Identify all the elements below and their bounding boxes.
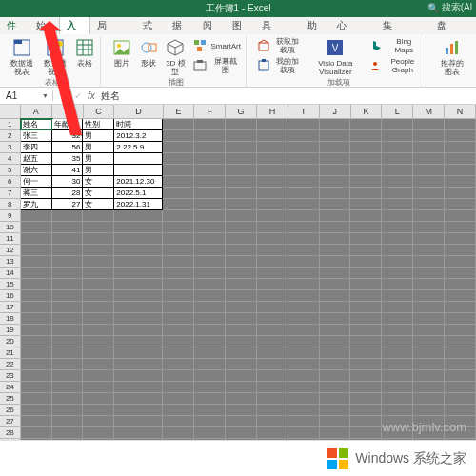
cell[interactable]: [320, 325, 351, 336]
cell[interactable]: [288, 347, 320, 359]
cell[interactable]: [350, 210, 382, 222]
cell[interactable]: [382, 256, 413, 268]
cell[interactable]: [163, 302, 194, 313]
cell[interactable]: 女: [83, 176, 114, 188]
cell[interactable]: [445, 119, 476, 130]
cell[interactable]: [226, 165, 257, 176]
cell[interactable]: [320, 290, 351, 302]
cell[interactable]: [52, 416, 84, 427]
cell[interactable]: [194, 256, 226, 268]
cell[interactable]: [413, 393, 445, 405]
cell[interactable]: [413, 279, 445, 290]
cell[interactable]: [226, 153, 257, 165]
cell[interactable]: [257, 427, 288, 439]
cell[interactable]: [163, 290, 194, 302]
cell[interactable]: [52, 268, 84, 279]
cell[interactable]: [52, 302, 84, 313]
cell[interactable]: [350, 290, 382, 302]
cell[interactable]: [163, 393, 194, 405]
cell[interactable]: [413, 233, 445, 245]
cell[interactable]: [114, 325, 163, 336]
cell[interactable]: [52, 325, 84, 336]
cell[interactable]: [288, 382, 320, 393]
row-header[interactable]: 5: [0, 165, 21, 176]
cell[interactable]: [413, 176, 445, 188]
row-header[interactable]: 14: [0, 268, 21, 279]
cell[interactable]: [83, 325, 114, 336]
visio-visualizer-button[interactable]: V Visio Data Visualizer: [307, 36, 364, 77]
cell[interactable]: [382, 416, 413, 427]
cell[interactable]: [413, 199, 445, 210]
cell[interactable]: [114, 233, 163, 245]
cell[interactable]: [288, 119, 320, 130]
cell[interactable]: [194, 336, 226, 347]
table-button[interactable]: 表格: [73, 36, 96, 69]
people-graph-button[interactable]: People Graph: [367, 56, 422, 75]
cell[interactable]: [114, 210, 163, 222]
cell[interactable]: [83, 279, 114, 290]
cell[interactable]: [350, 393, 382, 405]
cell[interactable]: [413, 347, 445, 359]
cell[interactable]: [257, 153, 288, 165]
cell[interactable]: [194, 347, 226, 359]
cell[interactable]: [163, 188, 194, 199]
cell[interactable]: [114, 427, 163, 439]
cell[interactable]: [52, 279, 84, 290]
cell[interactable]: [194, 290, 226, 302]
cell[interactable]: [320, 336, 351, 347]
cell[interactable]: [163, 427, 194, 439]
cell[interactable]: 赵五: [21, 153, 52, 165]
cell[interactable]: [445, 405, 476, 416]
cell[interactable]: [320, 382, 351, 393]
cell[interactable]: [413, 256, 445, 268]
cell[interactable]: [288, 290, 320, 302]
cell[interactable]: [382, 165, 413, 176]
cell[interactable]: [350, 268, 382, 279]
column-header[interactable]: L: [382, 105, 413, 119]
cell[interactable]: [382, 153, 413, 165]
row-header[interactable]: 6: [0, 176, 21, 188]
cell[interactable]: [445, 416, 476, 427]
select-all-corner[interactable]: [0, 105, 21, 119]
cell[interactable]: [114, 165, 163, 176]
cell[interactable]: [413, 245, 445, 256]
cell[interactable]: [350, 427, 382, 439]
cell[interactable]: [257, 268, 288, 279]
cell[interactable]: [382, 279, 413, 290]
cell[interactable]: [194, 233, 226, 245]
cell[interactable]: [257, 279, 288, 290]
cell[interactable]: [21, 290, 52, 302]
cell[interactable]: 姓名: [21, 119, 52, 130]
column-header[interactable]: K: [351, 105, 383, 119]
cell[interactable]: [382, 130, 413, 142]
cell[interactable]: [194, 176, 226, 188]
cell[interactable]: [21, 382, 52, 393]
recommended-pivot-button[interactable]: 数据透视表: [41, 36, 70, 77]
cell[interactable]: [288, 188, 320, 199]
cell[interactable]: [163, 130, 194, 142]
cell[interactable]: [257, 370, 288, 382]
cell[interactable]: [163, 233, 194, 245]
cell[interactable]: [114, 222, 163, 233]
cell[interactable]: [226, 370, 257, 382]
cell[interactable]: [83, 393, 114, 405]
row-header[interactable]: 22: [0, 359, 21, 370]
cell[interactable]: [288, 405, 320, 416]
cell[interactable]: [194, 142, 226, 153]
bing-maps-button[interactable]: Bing Maps: [367, 36, 422, 55]
cell[interactable]: 2012.3.2: [114, 130, 163, 142]
cell[interactable]: [320, 130, 351, 142]
cell[interactable]: [83, 210, 114, 222]
column-header[interactable]: G: [226, 105, 257, 119]
cell[interactable]: 35: [52, 153, 84, 165]
row-header[interactable]: 3: [0, 142, 21, 153]
cell[interactable]: [445, 188, 476, 199]
cell[interactable]: [382, 268, 413, 279]
cell[interactable]: [320, 347, 351, 359]
cell[interactable]: [83, 245, 114, 256]
cell[interactable]: [413, 290, 445, 302]
cell[interactable]: [226, 359, 257, 370]
cell[interactable]: [52, 233, 84, 245]
cell[interactable]: [114, 245, 163, 256]
cell[interactable]: [445, 165, 476, 176]
